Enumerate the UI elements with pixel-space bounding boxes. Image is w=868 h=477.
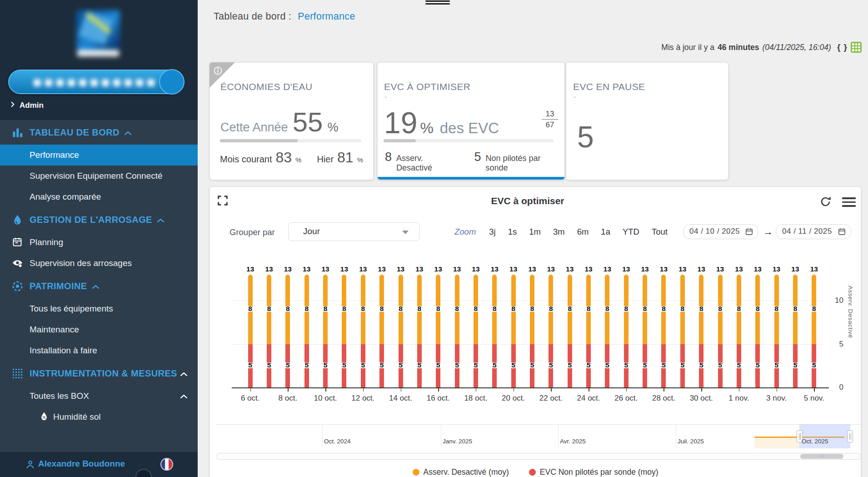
x-axis-label: 22 oct. — [530, 394, 571, 403]
bar-nonpilote-label: 5 — [315, 361, 335, 369]
zoom-label: Zoom — [454, 227, 476, 237]
card-evc-a-optimiser[interactable]: EVC À OPTIMISER - 19 % des EVC 13 67 8 A… — [377, 62, 565, 180]
card-evc-en-pause[interactable]: EVC EN PAUSE - 5 — [566, 62, 728, 180]
bar-asserv-label: 8 — [315, 305, 335, 313]
bar-total-label: 13 — [804, 265, 824, 273]
bar-total-label: 13 — [785, 265, 805, 273]
info-icon[interactable] — [213, 66, 223, 77]
x-axis-label: 6 oct. — [230, 394, 271, 403]
sidebar-item-performance[interactable]: Performance — [0, 145, 198, 166]
x-axis-label: 28 oct. — [643, 394, 684, 403]
bar-nonpilote-label: 5 — [767, 361, 787, 369]
bar-asserv-label: 8 — [353, 305, 373, 313]
french-flag-icon[interactable] — [160, 458, 173, 471]
bar-nonpilote-label: 5 — [729, 361, 749, 369]
card-economies-eau[interactable]: ÉCONOMIES D'EAU Cette Année 55 % Mois co… — [210, 62, 374, 180]
chart-menu-icon[interactable] — [842, 197, 856, 209]
drawer-handle[interactable] — [425, 3, 450, 5]
sidebar-section-tableau-de-bord[interactable]: TABLEAU DE BORD — [0, 120, 198, 145]
bar-total-label: 13 — [334, 265, 354, 273]
chevron-up-icon — [157, 213, 165, 226]
bar-asserv-label: 8 — [729, 305, 749, 313]
bar-total-label: 13 — [691, 265, 711, 273]
date-to-value: 04 / 11 / 2025 — [782, 227, 832, 236]
x-axis-label: 18 oct. — [455, 394, 496, 403]
bar-total-label: 13 — [522, 265, 542, 273]
zoom-button-3j[interactable]: 3j — [489, 227, 495, 237]
zoom-button-1s[interactable]: 1s — [508, 227, 517, 237]
sidebar-item-installation-faire[interactable]: Installation à faire — [0, 340, 198, 361]
sidebar-item-supervision-equipement-connect-[interactable]: Supervision Equipement Connecté — [0, 166, 198, 186]
breadcrumb-value-link[interactable]: Performance — [298, 11, 355, 22]
water-drop-icon — [11, 214, 24, 229]
breadcrumb: Tableau de bord : Performance — [214, 11, 355, 22]
zoom-button-tout[interactable]: Tout — [652, 227, 668, 237]
x-axis-tick — [701, 388, 702, 392]
sidebar-item-maintenance[interactable]: Maintenance — [0, 319, 198, 340]
sidebar-item-supervision-des-arrosages[interactable]: Supervision des arrosages — [0, 253, 198, 274]
bar-total-label: 13 — [428, 265, 448, 273]
card-title: EVC À OPTIMISER — [384, 81, 470, 92]
user-name[interactable]: Alexandre Boudonne — [38, 459, 125, 469]
bar-total-label: 13 — [240, 265, 260, 273]
bar-nonpilote-label: 5 — [409, 361, 429, 369]
yesterday-unit: % — [357, 156, 363, 164]
sidebar-section-gestion-de-l-arrosage[interactable]: GESTION DE L'ARROSAGE — [0, 207, 198, 232]
navigator-right-handle[interactable] — [847, 430, 853, 442]
sidebar-section-instrumentation-mesures[interactable]: INSTRUMENTATION & MESURES — [0, 361, 198, 386]
sidebar-item-tous-les-quipements[interactable]: Tous les équipements — [0, 298, 198, 319]
sidebar-item-planning[interactable]: Planning — [0, 232, 198, 253]
sidebar-item-humidit-sol[interactable]: Humidité sol — [0, 407, 198, 427]
code-braces-icon[interactable]: { } — [837, 42, 848, 52]
bar-total-label: 13 — [653, 265, 673, 273]
date-to-input[interactable]: 04 / 11 / 2025 — [776, 224, 851, 239]
bar-total-label: 13 — [297, 265, 317, 273]
chart-scrollbar-track[interactable] — [216, 453, 861, 460]
sidebar-section-patrimoine[interactable]: PATRIMOINE — [0, 274, 198, 298]
x-axis-label: 26 oct. — [606, 394, 647, 403]
zoom-button-1a[interactable]: 1a — [601, 227, 610, 237]
admin-toggle[interactable]: Admin — [9, 101, 44, 110]
refresh-icon[interactable] — [819, 196, 832, 210]
evc-fraction: 13 67 — [542, 110, 558, 130]
navigator-selected-range[interactable] — [799, 424, 850, 448]
bar-asserv-label: 8 — [504, 305, 524, 313]
bar-chart-icon — [11, 126, 24, 142]
bar-nonpilote-label: 5 — [616, 361, 636, 369]
bar-total-label: 13 — [278, 265, 298, 273]
chart-scrollbar-thumb[interactable] — [800, 454, 843, 459]
evc-suffix: des EVC — [440, 120, 499, 137]
bar-nonpilote-label: 5 — [748, 361, 768, 369]
bar-total-label: 13 — [315, 265, 335, 273]
drawer-handle[interactable] — [425, 0, 450, 2]
zoom-button-1m[interactable]: 1m — [529, 227, 541, 237]
sidebar-item-analyse-compar-e[interactable]: Analyse comparée — [0, 186, 198, 207]
x-axis-tick — [476, 388, 477, 392]
site-selector-button[interactable] — [8, 70, 182, 94]
bar-nonpilote-label: 5 — [653, 361, 673, 369]
groupby-select[interactable]: Jour — [288, 222, 420, 241]
performance-dashboard: Admin TABLEAU DE BORDPerformanceSupervis… — [0, 0, 868, 477]
bar-nonpilote-label: 5 — [353, 361, 373, 369]
bar-total-label: 13 — [484, 265, 504, 273]
floating-button[interactable] — [135, 469, 152, 477]
legend-item[interactable]: Asserv. Desactivé (moy) — [413, 467, 509, 477]
app-logo — [74, 8, 125, 62]
table-grid-icon[interactable] — [851, 42, 862, 53]
sidebar-item-toutes-les-box[interactable]: Toutes les BOX — [0, 386, 198, 407]
yesterday-value: 81 — [337, 149, 354, 166]
legend-item[interactable]: EVC Non pilotés par sonde (moy) — [529, 467, 658, 477]
x-axis-tick — [551, 388, 552, 392]
bar-asserv-label: 8 — [597, 305, 617, 313]
date-from-input[interactable]: 04 / 10 / 2025 — [683, 224, 758, 239]
zoom-button-6m[interactable]: 6m — [577, 227, 589, 237]
evc-progress-fill — [384, 139, 416, 142]
chevron-up-icon — [92, 280, 100, 292]
x-axis-tick — [325, 388, 326, 392]
bar-total-label: 13 — [541, 265, 561, 273]
zoom-button-3m[interactable]: 3m — [553, 227, 565, 237]
dots-grid-icon — [11, 367, 24, 383]
zoom-button-ytd[interactable]: YTD — [623, 227, 639, 237]
x-axis-tick — [401, 388, 402, 392]
y-axis-label: 10 — [828, 296, 843, 305]
